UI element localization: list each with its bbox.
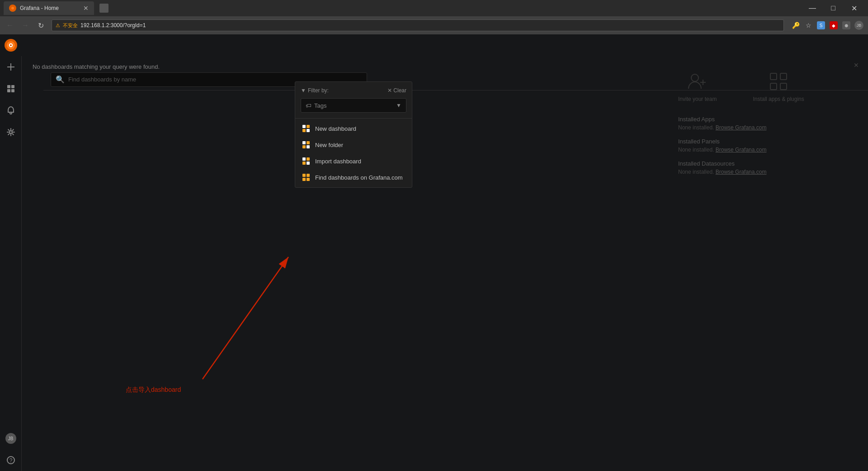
minimize-button[interactable]: — — [802, 0, 823, 17]
menu-item-find-dashboards[interactable]: Find dashboards on Grafana.com — [295, 169, 412, 186]
sidebar: JB ? — [0, 34, 22, 471]
filter-clear-button[interactable]: ✕ Clear — [387, 87, 406, 94]
forward-button[interactable]: → — [19, 19, 32, 32]
right-panel: ✕ Invite your team — [678, 62, 859, 182]
main-area: 🔍 No dashboards matching your query were… — [22, 34, 868, 471]
svg-point-11 — [9, 44, 11, 46]
tags-label-group: 🏷 Tags — [306, 102, 326, 109]
install-apps-label: Install apps & plugins — [753, 96, 804, 102]
sidebar-item-configuration[interactable] — [0, 121, 22, 143]
tags-label: Tags — [314, 102, 326, 109]
invite-team-icon — [687, 71, 708, 92]
installed-apps-browse-link[interactable]: Browse Grafana.com — [716, 124, 767, 131]
url-text: 192.168.1.2:3000/?orgId=1 — [80, 22, 146, 29]
insecure-icon: ⚠ — [56, 23, 60, 29]
tags-chevron-icon: ▼ — [396, 102, 401, 109]
extension3-icon[interactable]: ⊕ — [841, 20, 852, 31]
svg-rect-27 — [780, 73, 787, 80]
back-button[interactable]: ← — [4, 19, 16, 32]
filter-icon: ▼ — [301, 87, 306, 94]
svg-text:S: S — [820, 23, 823, 28]
annotation-text: 点击导入dashboard — [126, 386, 181, 394]
svg-text:◆: ◆ — [832, 23, 835, 28]
installed-panels-none: None installed. Browse Grafana.com — [678, 147, 859, 153]
tab-title: Grafana - Home — [20, 5, 80, 11]
key-icon[interactable]: 🔑 — [790, 20, 801, 31]
new-tab-button[interactable] — [96, 1, 112, 15]
menu-item-import-dashboard[interactable]: Import dashboard — [295, 153, 412, 169]
dropdown-panel: ▼ Filter by: ✕ Clear 🏷 Tags ▼ — [295, 81, 412, 188]
sidebar-item-dashboards[interactable] — [0, 78, 22, 100]
installed-datasources-title: Installed Datasources — [678, 160, 859, 167]
find-dashboards-label: Find dashboards on Grafana.com — [315, 174, 403, 181]
new-folder-label: New folder — [315, 142, 343, 148]
svg-point-20 — [9, 131, 12, 133]
close-right-panel-button[interactable]: ✕ — [854, 62, 859, 69]
installed-panels-title: Installed Panels — [678, 138, 859, 145]
installed-apps-section: Installed Apps None installed. Browse Gr… — [678, 116, 859, 131]
svg-line-31 — [203, 257, 288, 379]
installed-sections: Installed Apps None installed. Browse Gr… — [678, 111, 859, 175]
svg-point-23 — [691, 74, 698, 81]
tab-close-button[interactable]: ✕ — [83, 5, 89, 12]
close-button[interactable]: ✕ — [844, 0, 864, 17]
svg-rect-26 — [770, 73, 777, 80]
annotation-arrow: 点击导入dashboard — [126, 239, 307, 399]
svg-rect-17 — [11, 89, 14, 92]
menu-item-new-folder[interactable]: New folder — [295, 137, 412, 153]
installed-panels-section: Installed Panels None installed. Browse … — [678, 138, 859, 153]
menu-section: New dashboard New folder — [295, 119, 412, 187]
sidebar-item-profile[interactable]: JB — [0, 428, 22, 449]
menu-item-new-dashboard[interactable]: New dashboard — [295, 120, 412, 137]
new-dashboard-icon — [302, 124, 311, 133]
sidebar-bottom: JB ? — [0, 428, 22, 471]
installed-datasources-none: None installed. Browse Grafana.com — [678, 169, 859, 175]
installed-datasources-section: Installed Datasources None installed. Br… — [678, 160, 859, 175]
active-tab[interactable]: Grafana - Home ✕ — [4, 1, 94, 15]
svg-rect-14 — [7, 85, 10, 88]
address-bar[interactable]: ⚠ 不安全 192.168.1.2:3000/?orgId=1 — [52, 19, 784, 31]
find-dashboards-icon — [302, 173, 311, 182]
user-avatar: JB — [5, 433, 16, 444]
star-icon[interactable]: ☆ — [803, 20, 814, 31]
invite-team-label: Invite your team — [678, 96, 717, 102]
extension1-icon[interactable]: S — [816, 20, 826, 31]
new-folder-icon — [302, 140, 311, 149]
svg-rect-29 — [780, 83, 787, 90]
user-menu-icon[interactable]: JB — [854, 20, 864, 31]
installed-apps-none: None installed. Browse Grafana.com — [678, 124, 859, 131]
maximize-button[interactable]: □ — [823, 0, 844, 17]
grafana-app: JB ? 🔍 No dashboards matching your query… — [0, 34, 868, 471]
import-dashboard-label: Import dashboard — [315, 158, 361, 165]
installed-apps-title: Installed Apps — [678, 116, 859, 123]
filter-label-group: ▼ Filter by: — [301, 87, 329, 94]
tab-favicon — [9, 5, 16, 12]
invite-team-section: Invite your team — [678, 71, 717, 102]
filter-by-label: Filter by: — [308, 87, 329, 94]
browser-toolbar: 🔑 ☆ S ◆ ⊕ JB — [790, 20, 864, 31]
insecure-label: 不安全 — [63, 22, 78, 29]
extension2-icon[interactable]: ◆ — [828, 20, 839, 31]
sidebar-item-create[interactable] — [0, 56, 22, 78]
sidebar-item-alerting[interactable] — [0, 100, 22, 121]
svg-rect-28 — [770, 83, 777, 90]
window-controls: — □ ✕ — [802, 0, 864, 17]
new-dashboard-label: New dashboard — [315, 125, 356, 132]
tags-select[interactable]: 🏷 Tags ▼ — [301, 98, 406, 113]
import-dashboard-icon — [302, 157, 311, 166]
right-panel-icons: Invite your team Install apps & plugins — [678, 62, 859, 111]
installed-datasources-browse-link[interactable]: Browse Grafana.com — [716, 169, 767, 175]
filter-header: ▼ Filter by: ✕ Clear — [301, 87, 406, 94]
browser-tabs: Grafana - Home ✕ — □ ✕ — [0, 0, 868, 16]
grafana-logo[interactable] — [0, 34, 22, 56]
svg-point-1 — [11, 7, 14, 10]
install-apps-icon — [768, 71, 789, 92]
svg-text:⊕: ⊕ — [844, 23, 848, 28]
installed-panels-browse-link[interactable]: Browse Grafana.com — [716, 147, 767, 153]
filter-section: ▼ Filter by: ✕ Clear 🏷 Tags ▼ — [295, 82, 412, 119]
browser-navigation-bar: ← → ↻ ⚠ 不安全 192.168.1.2:3000/?orgId=1 🔑 … — [0, 16, 868, 34]
svg-rect-16 — [7, 89, 10, 92]
sidebar-item-help[interactable]: ? — [0, 449, 22, 471]
svg-rect-15 — [11, 85, 14, 88]
reload-button[interactable]: ↻ — [34, 19, 47, 32]
